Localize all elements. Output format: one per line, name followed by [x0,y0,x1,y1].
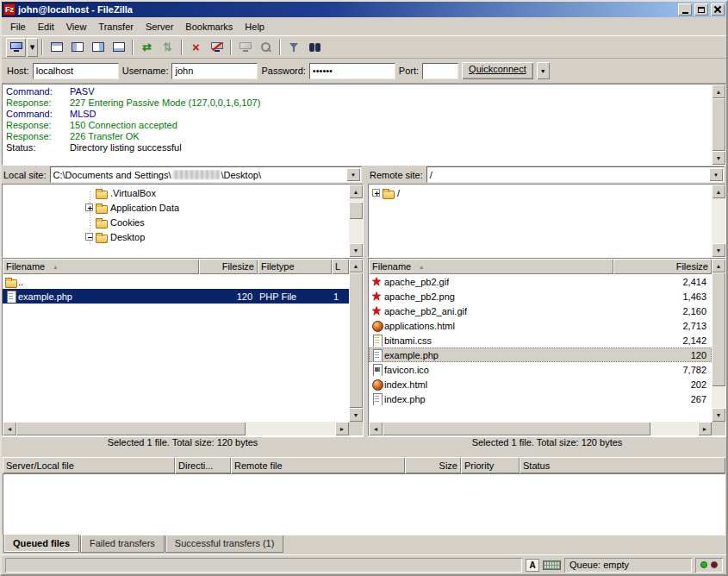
scroll-up-button[interactable]: ▲ [712,85,725,98]
remote-file-row[interactable]: apache_pb2_ani.gif2,160 [369,304,712,318]
scrollbar-thumb[interactable] [383,422,650,435]
local-file-list[interactable]: .. example.php 120 PHP File 1 [3,274,349,422]
scroll-down-button[interactable]: ▼ [349,408,363,422]
transfer-queue-list[interactable] [3,473,725,535]
scroll-down-button[interactable]: ▼ [712,243,725,257]
remote-file-row[interactable]: applications.html2,713 [369,318,712,333]
remote-file-row[interactable]: favicon.ico7,782 [369,362,712,377]
reconnect-button[interactable] [235,38,255,57]
scroll-up-button[interactable]: ▲ [349,185,363,198]
scroll-down-button[interactable]: ▼ [349,243,363,257]
local-directory-tree[interactable]: .VirtualBox Application Data Cookies Des… [3,185,349,257]
remote-file-list[interactable]: apache_pb2.gif2,414 apache_pb2.png1,463 … [369,274,712,422]
tree-item[interactable]: Cookies [3,215,349,229]
remote-file-row[interactable]: apache_pb2.png1,463 [369,289,712,304]
queue-column-server-local-file[interactable]: Server/Local file [3,457,175,473]
column-filesize[interactable]: Filesize [199,259,258,274]
column-filesize[interactable]: Filesize [613,259,712,274]
column-filename[interactable]: Filename▴ [3,259,199,274]
local-tree-scrollbar[interactable]: ▲ ▼ [349,185,363,257]
menu-item-bookmarks[interactable]: Bookmarks [179,19,239,34]
remote-file-row[interactable]: bitnami.css2,142 [369,333,712,347]
quickconnect-button[interactable]: Quickconnect [462,62,533,79]
column-filetype[interactable]: Filetype [258,259,332,274]
scroll-down-button[interactable]: ▼ [712,151,725,165]
tree-item[interactable]: .VirtualBox [3,185,349,200]
scrollbar-track[interactable] [712,272,725,408]
scrollbar-track[interactable] [712,198,725,243]
port-input[interactable] [422,63,458,79]
scrollbar-track[interactable] [349,198,363,243]
tree-item[interactable]: / [369,185,712,200]
scroll-right-button[interactable]: ► [335,422,349,435]
local-site-combo[interactable]: C:\Documents and Settings\\Desktop\ ▼ [50,166,362,183]
cancel-button[interactable]: × [186,38,206,57]
combo-dropdown-button[interactable]: ▼ [346,168,360,181]
remote-file-row[interactable]: index.html202 [369,377,712,391]
queue-column-size[interactable]: Size [405,457,461,473]
menu-item-file[interactable]: File [4,19,32,34]
combo-dropdown-button[interactable]: ▼ [709,168,723,181]
password-input[interactable] [309,63,395,79]
remote-list-hscrollbar[interactable]: ◄ ► [369,422,712,435]
toggle-queue-button[interactable] [109,38,128,57]
scroll-up-button[interactable]: ▲ [712,185,725,198]
tab-failed-transfers[interactable]: Failed transfers [80,535,165,553]
quickconnect-dropdown[interactable]: ▼ [537,62,550,79]
close-button[interactable] [711,3,725,16]
scrollbar-track[interactable] [712,98,725,151]
remote-directory-tree[interactable]: / [369,185,712,257]
queue-column-priority[interactable]: Priority [461,457,520,473]
refresh-button[interactable]: ⇄ [137,38,157,57]
filter-button[interactable] [284,38,304,57]
scrollbar-thumb[interactable] [16,422,246,435]
titlebar[interactable]: john@localhost - FileZilla [2,2,726,17]
scroll-left-button[interactable]: ◄ [3,422,16,435]
tab-successful-transfers[interactable]: Successful transfers (1) [165,535,284,553]
scroll-up-button[interactable]: ▲ [712,259,725,272]
site-manager-dropdown[interactable]: ▾ [27,38,38,57]
scrollbar-thumb[interactable] [349,272,363,408]
remote-file-row[interactable]: index.php267 [369,391,712,406]
menu-item-server[interactable]: Server [140,19,179,34]
local-file-row[interactable]: .. [3,274,349,289]
column-filename[interactable]: Filename▴ [369,259,613,274]
expander-icon[interactable] [85,233,93,241]
disconnect-button[interactable] [207,38,227,57]
tree-item[interactable]: Application Data [3,200,349,215]
tab-queued-files[interactable]: Queued files [3,535,79,553]
expander-icon[interactable] [372,189,380,197]
tree-item[interactable]: Desktop [3,229,349,244]
remote-list-scrollbar[interactable]: ▲ ▼ [712,259,725,422]
queue-column-status[interactable]: Status [520,457,725,473]
scroll-left-button[interactable]: ◄ [369,422,383,435]
menu-item-edit[interactable]: Edit [32,19,60,34]
site-manager-button[interactable] [6,38,26,57]
toggle-remote-tree-button[interactable] [88,38,108,57]
menu-item-help[interactable]: Help [239,19,271,34]
column-last-modified[interactable]: L [332,259,349,274]
scroll-up-button[interactable]: ▲ [349,259,363,272]
local-list-hscrollbar[interactable]: ◄ ► [3,422,349,435]
scrollbar-track[interactable] [349,272,363,408]
remote-file-row[interactable]: apache_pb2.gif2,414 [369,274,712,289]
host-input[interactable] [33,63,119,79]
log-scrollbar[interactable]: ▲ ▼ [712,85,725,165]
username-input[interactable] [171,63,258,79]
scrollbar-track[interactable] [383,422,698,435]
scrollbar-thumb[interactable] [712,272,725,386]
scrollbar-track[interactable] [16,422,335,435]
scroll-down-button[interactable]: ▼ [712,408,725,422]
remote-file-row-selected[interactable]: example.php120 [369,347,712,362]
process-queue-button[interactable]: ⇅ [158,38,177,57]
remote-site-combo[interactable]: / ▼ [426,166,725,183]
scrollbar-thumb[interactable] [349,202,363,219]
toggle-local-tree-button[interactable] [67,38,87,57]
minimize-button[interactable] [678,3,692,16]
toggle-log-button[interactable] [47,38,66,57]
menu-item-view[interactable]: View [60,19,93,34]
message-log[interactable]: Command:PASV Response:227 Entering Passi… [2,84,726,166]
scrollbar-thumb[interactable] [712,98,725,151]
menu-item-transfer[interactable]: Transfer [92,19,140,34]
local-file-row-selected[interactable]: example.php 120 PHP File 1 [3,289,349,304]
